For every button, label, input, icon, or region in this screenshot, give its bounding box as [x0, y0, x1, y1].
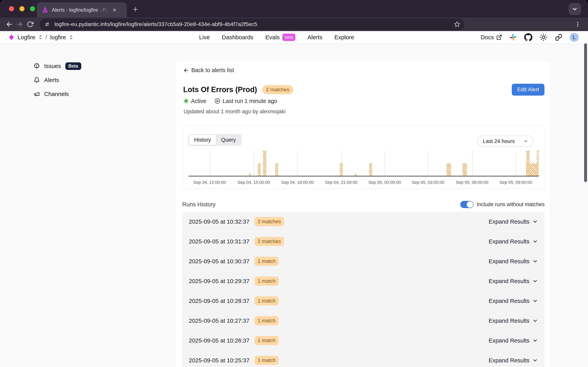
forward-button[interactable]: [14, 19, 25, 30]
browser-menu-icon[interactable]: [573, 20, 582, 29]
bookmark-star-icon[interactable]: [454, 21, 460, 28]
chart-tick-label: Sep 05, 06:00:00: [456, 180, 488, 185]
tab-query[interactable]: Query: [216, 135, 241, 145]
run-matches-badge: 1 match: [255, 356, 279, 365]
edit-alert-button[interactable]: Edit Alert: [512, 84, 545, 96]
share-link-icon[interactable]: [554, 33, 563, 41]
chart-tick-label: Sep 05, 00:00:00: [368, 180, 401, 185]
expand-results-button[interactable]: Expand Results: [489, 278, 538, 284]
org-selector[interactable]: Logfire: [17, 34, 35, 41]
back-button[interactable]: [4, 19, 14, 30]
project-selector-chevrons-icon[interactable]: [69, 35, 73, 40]
tab-search-button[interactable]: [569, 3, 581, 15]
bell-icon: [34, 77, 40, 83]
chart-bar: [463, 163, 467, 176]
back-to-alerts-link[interactable]: Back to alerts list: [183, 67, 234, 74]
sidebar-item-issues[interactable]: Issues Beta: [34, 62, 81, 70]
run-timestamp: 2025-09-05 at 10:30:37: [189, 258, 249, 265]
nav-explore[interactable]: Explore: [334, 34, 354, 41]
run-matches-badge: 1 match: [255, 336, 279, 345]
org-selector-chevrons-icon[interactable]: [39, 35, 43, 40]
run-row[interactable]: 2025-09-05 at 10:31:37 2 matches Expand …: [182, 232, 545, 251]
run-timestamp: 2025-09-05 at 10:26:37: [189, 337, 249, 344]
run-row[interactable]: 2025-09-05 at 10:26:37 1 match Expand Re…: [182, 331, 545, 350]
window-minimize-button[interactable]: [19, 6, 25, 11]
include-runs-toggle[interactable]: [460, 201, 473, 208]
browser-tabstrip: Alerts · logfire/logfire · Pydant: [0, 0, 588, 17]
run-matches-badge: 2 matches: [255, 237, 284, 246]
github-icon[interactable]: [524, 33, 532, 41]
expand-results-button[interactable]: Expand Results: [489, 317, 538, 324]
expand-results-button[interactable]: Expand Results: [489, 357, 538, 364]
run-row[interactable]: 2025-09-05 at 10:25:37 1 match Expand Re…: [182, 351, 545, 367]
run-matches-badge: 1 match: [255, 296, 279, 305]
breadcrumb-separator: /: [45, 34, 47, 41]
nav-live[interactable]: Live: [199, 34, 210, 41]
theme-toggle-sun-icon[interactable]: [539, 33, 547, 41]
chevron-down-icon: [532, 278, 538, 284]
external-link-icon: [496, 34, 502, 40]
last-run-label: Last run 1 minute ago: [223, 98, 277, 104]
chart-bar: [537, 151, 539, 176]
sidebar: Issues Beta Alerts Channels: [34, 62, 81, 98]
reload-button[interactable]: [25, 19, 35, 30]
tab-history[interactable]: History: [189, 135, 216, 145]
slack-icon[interactable]: [509, 33, 517, 41]
play-circle-icon: [214, 98, 220, 104]
chart-bar: [369, 163, 372, 176]
expand-results-button[interactable]: Expand Results: [489, 218, 538, 225]
run-timestamp: 2025-09-05 at 10:29:37: [189, 278, 249, 284]
app-header: Logfire / logfire Live Dashboards Evalsb…: [0, 31, 588, 44]
logfire-favicon-icon: [42, 6, 49, 13]
expand-results-button[interactable]: Expand Results: [489, 238, 538, 245]
chevron-down-icon: [523, 139, 528, 144]
run-row[interactable]: 2025-09-05 at 10:27:37 1 match Expand Re…: [182, 311, 545, 331]
chart-bar: [447, 163, 451, 176]
chart-gridline: [428, 151, 428, 176]
logfire-logo-icon: [9, 34, 14, 40]
run-row[interactable]: 2025-09-05 at 10:32:37 2 matches Expand …: [182, 212, 545, 231]
user-avatar[interactable]: L: [570, 33, 579, 42]
chart-bar: [258, 163, 261, 176]
chevron-down-icon: [532, 318, 538, 324]
window-close-button[interactable]: [9, 6, 14, 11]
tab-close-icon[interactable]: [111, 7, 118, 13]
run-row[interactable]: 2025-09-05 at 10:30:37 1 match Expand Re…: [182, 252, 545, 271]
evals-beta-badge: beta: [282, 33, 295, 41]
new-tab-button[interactable]: [131, 5, 140, 14]
chart-bar: [275, 163, 278, 176]
nav-dashboards[interactable]: Dashboards: [222, 34, 253, 41]
chart-tick-label: Sep 05, 09:00:00: [500, 180, 532, 185]
site-settings-icon[interactable]: [43, 20, 52, 29]
megaphone-icon: [34, 91, 40, 97]
chart-bar: [340, 163, 343, 176]
run-row[interactable]: 2025-09-05 at 10:29:37 1 match Expand Re…: [182, 271, 545, 291]
project-selector[interactable]: logfire: [50, 34, 66, 41]
chart-x-axis-labels: Sep 04, 12:00:00Sep 04, 15:00:00Sep 04, …: [189, 180, 539, 186]
time-range-select[interactable]: Last 24 hours: [477, 136, 534, 147]
run-timestamp: 2025-09-05 at 10:28:37: [189, 298, 249, 304]
run-matches-badge: 1 match: [255, 316, 279, 325]
window-zoom-button[interactable]: [30, 6, 35, 11]
runs-list: 2025-09-05 at 10:32:37 2 matches Expand …: [182, 212, 545, 367]
nav-alerts[interactable]: Alerts: [307, 34, 322, 41]
chart-bar: [263, 151, 266, 176]
status-label: Active: [191, 98, 206, 104]
sidebar-item-channels[interactable]: Channels: [34, 90, 81, 98]
chart-gridline: [210, 151, 210, 176]
tab-title: Alerts · logfire/logfire · Pydant: [52, 7, 110, 13]
docs-link[interactable]: Docs: [481, 34, 502, 41]
run-row[interactable]: 2025-09-05 at 10:28:37 1 match Expand Re…: [182, 291, 545, 311]
expand-results-button[interactable]: Expand Results: [489, 258, 538, 265]
chevron-down-icon: [532, 239, 538, 244]
chart-bar: [354, 174, 357, 176]
expand-results-button[interactable]: Expand Results: [489, 337, 538, 344]
expand-results-button[interactable]: Expand Results: [489, 298, 538, 304]
runs-history-chart: [189, 151, 539, 176]
url-bar[interactable]: logfire-eu.pydantic.info/logfire/logfire…: [40, 18, 464, 30]
nav-evals[interactable]: Evalsbeta: [265, 33, 295, 41]
sidebar-item-alerts[interactable]: Alerts: [34, 76, 81, 84]
chart-gridline: [472, 151, 472, 176]
page-scrollbar-thumb[interactable]: [584, 43, 587, 182]
browser-tab[interactable]: Alerts · logfire/logfire · Pydant: [37, 2, 127, 17]
